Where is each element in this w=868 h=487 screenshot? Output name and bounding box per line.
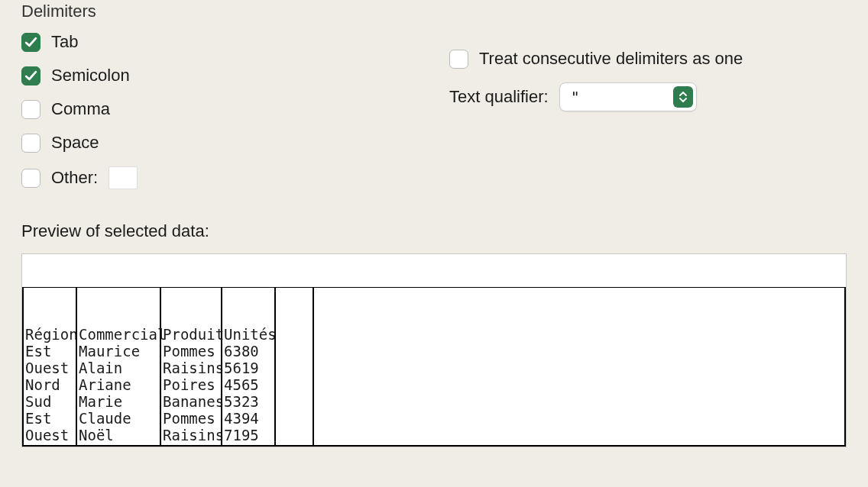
preview-col-empty [276,288,313,344]
preview-col-3: Unités 6380 5619 4565 5323 4394 7195 [222,288,274,445]
preview-title: Preview of selected data: [21,221,847,241]
text-qualifier-label: Text qualifier: [449,87,549,107]
delimiters-title: Delimiters [21,2,847,21]
text-qualifier-value: " [571,88,580,106]
delimiters-list: Tab Semicolon Comma Space [21,32,419,203]
text-qualifier-select[interactable]: " [559,82,697,111]
preview-col-2: Produit Pommes Raisins Poires Bananes Po… [161,288,221,445]
checkbox-other[interactable] [21,169,40,188]
checkbox-semicolon[interactable] [21,66,40,85]
preview-col-1: Commercial Maurice Alain Ariane Marie Cl… [77,288,160,445]
checkbox-other-label[interactable]: Other: [51,168,98,188]
preview-col-rest [314,288,844,344]
checkbox-comma-label[interactable]: Comma [51,99,110,119]
preview-col-0: Région Est Ouest Nord Sud Est Ouest [24,288,76,445]
checkbox-consecutive[interactable] [449,50,468,69]
checkbox-comma[interactable] [21,100,40,119]
check-icon [24,36,37,49]
preview-header-spacer [22,254,846,288]
checkbox-consecutive-label[interactable]: Treat consecutive delimiters as one [479,49,743,69]
checkbox-semicolon-label[interactable]: Semicolon [51,66,130,85]
checkbox-space-label[interactable]: Space [51,133,99,153]
preview-frame: Région Est Ouest Nord Sud Est Ouest Comm… [21,253,847,447]
checkbox-tab[interactable] [21,33,40,52]
other-delimiter-input[interactable] [108,166,138,189]
table-row: Région Est Ouest Nord Sud Est Ouest Comm… [23,288,845,446]
checkbox-tab-label[interactable]: Tab [51,32,78,52]
checkbox-space[interactable] [21,134,40,153]
select-stepper-icon [673,86,693,108]
preview-table: Région Est Ouest Nord Sud Est Ouest Comm… [22,288,846,447]
check-icon [24,69,37,82]
